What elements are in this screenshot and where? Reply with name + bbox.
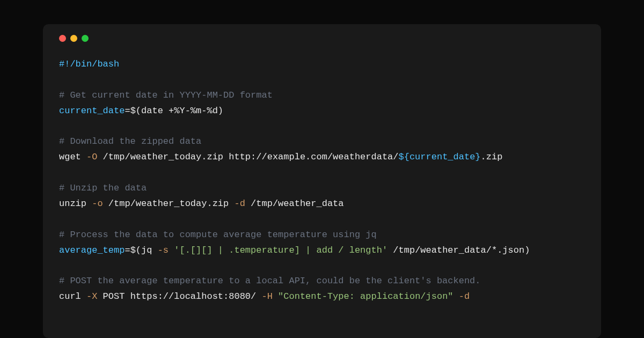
wget-command: wget	[59, 152, 86, 162]
space-2	[273, 291, 278, 302]
terminal-window: #!/bin/bash # Get current date in YYYY-M…	[43, 24, 601, 338]
comment-process: # Process the data to compute average te…	[59, 230, 377, 240]
curl-flag-d: -d	[459, 291, 470, 302]
curl-flag-h: -H	[261, 291, 272, 302]
cmd-sub-close-2: )	[524, 245, 530, 255]
comment-post: # POST the average temperature to a loca…	[59, 276, 481, 286]
var-average-temp: average_temp	[59, 245, 125, 255]
curl-header-string: "Content-Type: application/json"	[278, 291, 453, 302]
date-command: date +%Y-%m-%d	[141, 106, 218, 116]
traffic-lights	[59, 35, 585, 42]
cmd-sub-open: $(	[130, 106, 141, 116]
curl-flag-x: -X	[86, 291, 97, 302]
code-content: #!/bin/bash # Get current date in YYYY-M…	[59, 57, 585, 305]
unzip-dest: /tmp/weather_data	[245, 199, 344, 209]
curl-command: curl	[59, 291, 86, 302]
unzip-source: /tmp/weather_today.zip	[103, 199, 235, 209]
comment-unzip: # Unzip the data	[59, 183, 147, 193]
assign-op-2: =	[125, 245, 130, 255]
var-ref-current-date: ${current_date}	[399, 152, 481, 162]
zip-extension: .zip	[481, 152, 503, 162]
unzip-flag-o: -o	[92, 199, 103, 209]
unzip-flag-d: -d	[234, 199, 245, 209]
jq-filter-string: '[.[][] | .temperature] | add / length'	[174, 245, 387, 255]
assign-op: =	[125, 106, 130, 116]
maximize-icon[interactable]	[82, 35, 89, 42]
comment-download: # Download the zipped data	[59, 136, 201, 146]
jq-command: jq	[141, 245, 158, 255]
wget-flag-o: -O	[86, 152, 97, 162]
minimize-icon[interactable]	[70, 35, 77, 42]
shebang-line: #!/bin/bash	[59, 59, 119, 69]
space	[169, 245, 174, 255]
curl-method-url: POST https://localhost:8080/	[97, 291, 261, 302]
cmd-sub-close: )	[218, 106, 223, 116]
unzip-command: unzip	[59, 199, 92, 209]
jq-input-path: /tmp/weather_data/*.json	[387, 245, 524, 255]
comment-date: # Get current date in YYYY-MM-DD format	[59, 90, 273, 100]
var-current-date: current_date	[59, 106, 125, 116]
close-icon[interactable]	[59, 35, 66, 42]
space-3	[453, 291, 459, 302]
jq-flag-s: -s	[158, 245, 169, 255]
cmd-sub-open-2: $(	[130, 245, 141, 255]
wget-output-path: /tmp/weather_today.zip http://example.co…	[97, 152, 398, 162]
